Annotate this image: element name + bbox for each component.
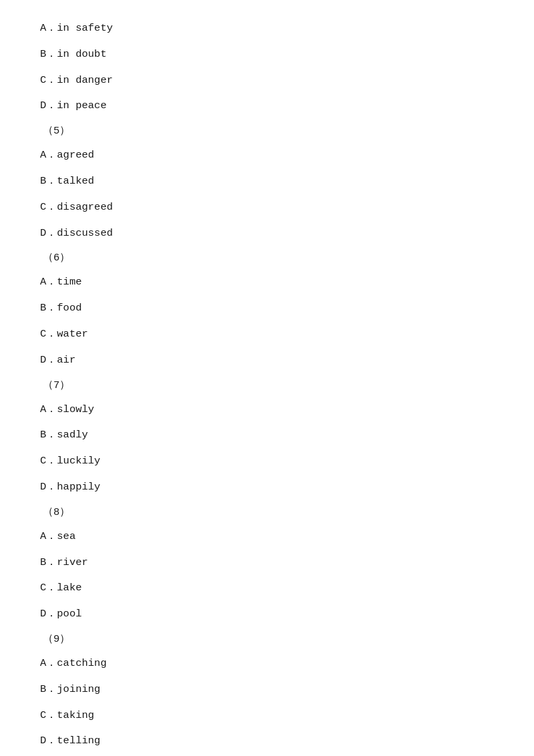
option-5-3: D．telling xyxy=(40,733,494,749)
option-4-0: A．sea xyxy=(40,528,494,545)
option-1-1: B．talked xyxy=(40,173,494,190)
section-number-1: （5） xyxy=(40,124,494,138)
option-3-0: A．slowly xyxy=(40,401,494,418)
option-1-0: A．agreed xyxy=(40,147,494,164)
option-0-1: B．in doubt xyxy=(40,46,494,63)
option-1-2: C．disagreed xyxy=(40,199,494,216)
option-4-3: D．pool xyxy=(40,606,494,622)
option-0-0: A．in safety xyxy=(40,20,494,37)
option-3-1: B．sadly xyxy=(40,427,494,443)
option-0-3: D．in peace xyxy=(40,98,494,114)
page-content: A．in safetyB．in doubtC．in dangerD．in pea… xyxy=(0,0,534,756)
option-3-3: D．happily xyxy=(40,479,494,496)
option-1-3: D．discussed xyxy=(40,225,494,242)
option-3-2: C．luckily xyxy=(40,453,494,469)
section-number-2: （6） xyxy=(40,250,494,264)
option-2-1: B．food xyxy=(40,300,494,317)
option-2-2: C．water xyxy=(40,326,494,343)
option-5-1: B．joining xyxy=(40,681,494,698)
option-4-2: C．lake xyxy=(40,580,494,596)
option-4-1: B．river xyxy=(40,554,494,571)
option-2-0: A．time xyxy=(40,274,494,291)
option-2-3: D．air xyxy=(40,352,494,369)
option-5-2: C．taking xyxy=(40,707,494,724)
section-number-4: （8） xyxy=(40,505,494,519)
section-number-3: （7） xyxy=(40,378,494,392)
option-0-2: C．in danger xyxy=(40,72,494,89)
section-number-5: （9） xyxy=(40,632,494,646)
option-5-0: A．catching xyxy=(40,655,494,672)
